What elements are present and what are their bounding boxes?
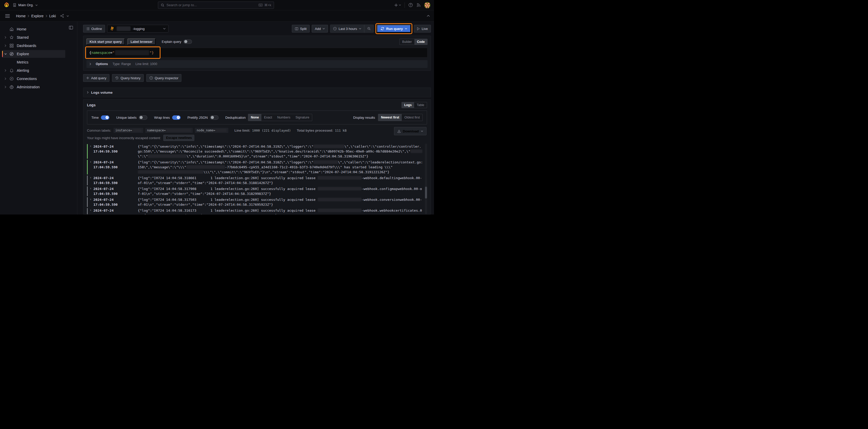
wrap-lines-toggle[interactable]: ✓ bbox=[172, 115, 181, 120]
sidebar-item-explore[interactable]: Explore bbox=[2, 50, 65, 58]
escape-warning-text: Your logs might have incorrectly escaped… bbox=[87, 136, 161, 140]
sidebar-item-label: Connections bbox=[17, 76, 37, 81]
label-browser-button[interactable]: Label browser bbox=[127, 38, 156, 45]
breadcrumb-item-home[interactable]: Home bbox=[16, 14, 26, 18]
news-icon[interactable] bbox=[416, 3, 421, 7]
chevron-right-icon[interactable] bbox=[2, 78, 9, 80]
download-button[interactable]: Download bbox=[394, 127, 427, 135]
grid-icon bbox=[9, 43, 14, 48]
new-button[interactable] bbox=[394, 3, 401, 7]
share-icon[interactable] bbox=[60, 14, 64, 18]
datasource-picker[interactable]: -logging bbox=[107, 25, 168, 33]
log-expand-icon[interactable]: › bbox=[88, 175, 93, 186]
query-input[interactable]: {namespace=""} bbox=[87, 48, 428, 58]
sidebar-item-alerting[interactable]: Alerting bbox=[2, 67, 74, 74]
log-row[interactable]: ›2024-07-24 17:04:59.590{"log":"I0724 14… bbox=[87, 186, 423, 197]
menu-toggle-icon[interactable] bbox=[4, 13, 11, 19]
query-options-bar[interactable]: Options Type: Range Line limit: 1000 bbox=[87, 60, 428, 68]
time-range-button[interactable]: Last 3 hours bbox=[330, 25, 364, 33]
run-query-label: Run query bbox=[386, 27, 403, 31]
log-expand-icon[interactable]: › bbox=[88, 186, 93, 197]
breadcrumb-item-explore[interactable]: Explore bbox=[31, 14, 43, 18]
zoom-out-time-button[interactable] bbox=[364, 25, 374, 33]
log-message: {"log":"I0724 14:04:58.317908 1 leaderel… bbox=[138, 186, 423, 197]
chevron-right-icon[interactable] bbox=[2, 69, 9, 72]
dedup-option-numbers[interactable]: Numbers bbox=[275, 114, 293, 121]
sidebar-item-administration[interactable]: Administration bbox=[2, 83, 74, 91]
collapse-panel-icon[interactable] bbox=[427, 15, 430, 17]
chevron-down-icon bbox=[359, 28, 361, 29]
org-switcher[interactable]: Main Org. bbox=[13, 3, 38, 7]
dedup-option-signature[interactable]: Signature bbox=[293, 114, 312, 121]
zoom-out-icon bbox=[367, 27, 371, 30]
datasource-name-suffix: -logging bbox=[133, 27, 145, 31]
explain-query-toggle[interactable] bbox=[183, 39, 192, 44]
display-option-oldest-first[interactable]: Oldest first bbox=[402, 114, 423, 121]
home-icon bbox=[9, 27, 14, 31]
prettify-json-toggle[interactable] bbox=[210, 115, 219, 120]
sidebar-item-home[interactable]: Home bbox=[2, 25, 74, 33]
sync-icon bbox=[380, 27, 384, 30]
logs-volume-section[interactable]: Logs volume bbox=[83, 88, 431, 97]
time-toggle[interactable]: ✓ bbox=[101, 115, 110, 120]
sidebar-item-label: Alerting bbox=[17, 68, 29, 72]
redacted-value bbox=[138, 170, 204, 174]
split-button[interactable]: Split bbox=[292, 25, 310, 33]
plug-icon bbox=[9, 76, 14, 81]
logs-title: Logs bbox=[87, 103, 95, 107]
log-expand-icon[interactable]: › bbox=[88, 197, 93, 208]
help-icon[interactable] bbox=[408, 3, 413, 7]
log-expand-icon[interactable]: › bbox=[88, 144, 93, 159]
display-option-newest-first[interactable]: Newest first bbox=[378, 114, 402, 121]
query-history-button[interactable]: Query history bbox=[112, 74, 144, 82]
kick-start-button[interactable]: Kick start your query bbox=[87, 38, 125, 45]
log-expand-icon[interactable]: › bbox=[88, 159, 93, 175]
dedup-option-exact[interactable]: Exact bbox=[261, 114, 275, 121]
user-avatar[interactable] bbox=[424, 2, 430, 8]
add-dropdown-button[interactable]: Add bbox=[312, 25, 328, 33]
sidebar-item-dashboards[interactable]: Dashboards bbox=[2, 42, 74, 50]
live-button[interactable]: Live bbox=[414, 25, 431, 33]
chevron-down-icon[interactable] bbox=[2, 53, 9, 55]
log-row[interactable]: ›2024-07-24 17:04:59.590{"log":"I0724 14… bbox=[87, 175, 423, 186]
redacted-value bbox=[133, 129, 142, 132]
outline-button[interactable]: Outline bbox=[83, 25, 105, 33]
chevron-down-icon[interactable] bbox=[67, 15, 69, 17]
line-limit-value: 1000 (221 displayed) bbox=[252, 128, 291, 132]
live-label: Live bbox=[422, 27, 428, 31]
sidebar-item-starred[interactable]: Starred bbox=[2, 34, 74, 41]
log-row[interactable]: ›2024-07-24 17:04:59.590{"log":"{\"sever… bbox=[87, 144, 423, 159]
logs-scrollbar[interactable] bbox=[425, 144, 427, 214]
view-option-logs[interactable]: Logs bbox=[402, 102, 414, 108]
sidebar-item-label: Starred bbox=[17, 35, 29, 39]
grafana-logo-icon[interactable] bbox=[4, 2, 9, 8]
log-expand-icon[interactable]: › bbox=[88, 208, 93, 214]
search-input[interactable]: Search or jump to... ⌘+k bbox=[158, 2, 274, 9]
view-option-table[interactable]: Table bbox=[414, 102, 427, 108]
editor-mode-toggle: BuilderCode bbox=[399, 39, 428, 45]
escape-newlines-button[interactable]: Escape newlines bbox=[163, 135, 194, 141]
sidebar-item-connections[interactable]: Connections bbox=[2, 75, 74, 83]
chevron-right-icon[interactable] bbox=[2, 36, 9, 39]
log-row[interactable]: ›2024-07-24 17:04:59.590{"log":"{\"sever… bbox=[87, 159, 423, 175]
logs-scrollbar-thumb[interactable] bbox=[425, 187, 427, 198]
chevron-right-icon[interactable] bbox=[2, 86, 9, 88]
datasource-name-redacted bbox=[117, 26, 130, 31]
sidebar-item-metrics[interactable]: Metrics bbox=[2, 58, 74, 66]
log-row[interactable]: ›2024-07-24 17:04:59.590{"log":"I0724 14… bbox=[87, 208, 423, 214]
add-query-button[interactable]: Add query bbox=[83, 74, 110, 82]
download-icon bbox=[397, 130, 401, 133]
run-query-button[interactable]: Run query bbox=[377, 25, 411, 33]
search-placeholder: Search or jump to... bbox=[166, 3, 197, 7]
top-nav: Main Org. Search or jump to... ⌘+k bbox=[0, 0, 434, 10]
breadcrumb-item-loki[interactable]: Loki bbox=[49, 14, 56, 18]
mode-option-builder[interactable]: Builder bbox=[400, 39, 414, 45]
dedup-option-none[interactable]: None bbox=[248, 114, 261, 121]
unique-labels-toggle[interactable] bbox=[139, 115, 147, 120]
chevron-right-icon[interactable] bbox=[2, 44, 9, 47]
mode-option-code[interactable]: Code bbox=[414, 39, 427, 45]
query-quote: " bbox=[112, 51, 114, 55]
log-row[interactable]: ›2024-07-24 17:04:59.590{"log":"I0724 14… bbox=[87, 197, 423, 208]
query-inspector-button[interactable]: Query inspector bbox=[146, 74, 182, 82]
download-label: Download bbox=[403, 129, 419, 133]
